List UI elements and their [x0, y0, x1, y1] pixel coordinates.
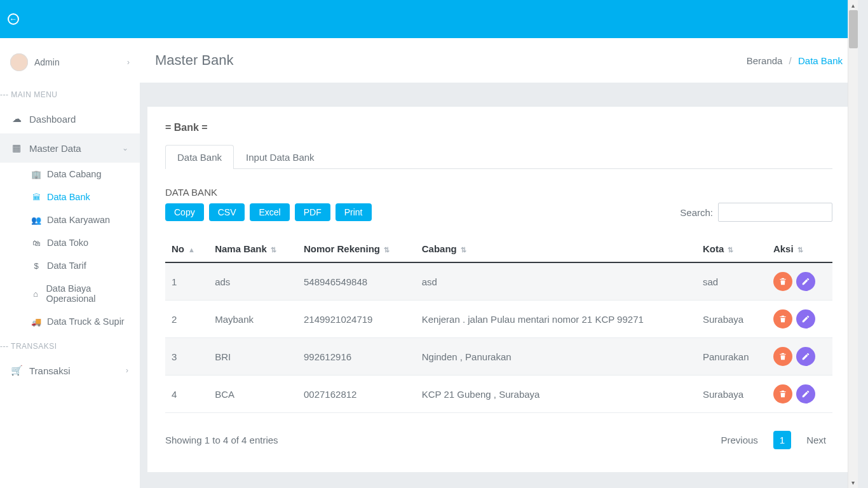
prev-button[interactable]: Previous	[714, 431, 764, 449]
csv-button[interactable]: CSV	[209, 203, 245, 221]
delete-button[interactable]	[773, 272, 792, 291]
calendar-icon: ▦	[11, 142, 22, 154]
table-row: 2Maybank2149921024719Kenjeran . jalan Pu…	[165, 301, 832, 338]
cell-kota: sad	[696, 262, 767, 301]
card-title: = Bank =	[165, 122, 832, 133]
cell-kota: Surabaya	[696, 376, 767, 413]
cell-kota: Surabaya	[696, 301, 767, 338]
content: Master Bank Beranda / Data Bank = Bank =…	[140, 38, 858, 488]
home-icon: ⌂	[32, 289, 39, 299]
delete-button[interactable]	[773, 309, 792, 329]
truck-icon: 🚚	[32, 317, 41, 327]
tab-input-data-bank[interactable]: Input Data Bank	[234, 145, 327, 169]
breadcrumb-home[interactable]: Beranda	[747, 55, 783, 66]
print-button[interactable]: Print	[336, 203, 372, 221]
sidebar: Admin › --- MAIN MENU ☁Dashboard ▦Master…	[0, 38, 140, 488]
sidebar-sub-cabang[interactable]: 🏢Data Cabang	[24, 163, 140, 186]
bag-icon: 🛍	[32, 238, 41, 248]
chevron-right-icon: ›	[126, 366, 128, 375]
cell-nama: BRI	[208, 338, 297, 376]
window-scrollbar[interactable]: ▴ ▾	[848, 0, 858, 488]
sidebar-sub-biaya[interactable]: ⌂Data Biaya Operasional	[24, 277, 140, 310]
edit-button[interactable]	[796, 272, 815, 291]
sidebar-user[interactable]: Admin ›	[0, 43, 140, 81]
sidebar-item-transaksi[interactable]: 🛒Transaksi ›	[0, 356, 140, 385]
th-kota[interactable]: Kota⇅	[696, 236, 767, 262]
sort-icon: ⇅	[728, 246, 733, 254]
sort-icon: ⇅	[461, 246, 466, 254]
cell-nomor: 2149921024719	[297, 301, 416, 338]
cell-no: 2	[165, 301, 208, 338]
sort-icon: ⇅	[271, 246, 276, 254]
edit-button[interactable]	[796, 309, 815, 329]
cell-cabang: Nginden , Panurakan	[416, 338, 696, 376]
sidebar-submenu-master-data: 🏢Data Cabang 🏛Data Bank 👥Data Karyawan 🛍…	[0, 163, 140, 333]
search-input[interactable]	[718, 203, 832, 222]
breadcrumb-sep: /	[789, 55, 792, 66]
topbar: ←	[0, 0, 858, 38]
sort-asc-icon: ▲	[188, 246, 195, 254]
tab-data-bank[interactable]: Data Bank	[165, 145, 234, 169]
sidebar-sub-karyawan[interactable]: 👥Data Karyawan	[24, 208, 140, 231]
edit-button[interactable]	[796, 384, 815, 403]
table-row: 4BCA0027162812KCP 21 Gubeng , SurabayaSu…	[165, 376, 832, 413]
th-no[interactable]: No▲	[165, 236, 208, 262]
building-icon: 🏢	[32, 170, 41, 179]
cell-nomor: 992612916	[297, 338, 416, 376]
sidebar-item-master-data[interactable]: ▦Master Data ⌄	[0, 133, 140, 163]
cell-nomor: 0027162812	[297, 376, 416, 413]
sidebar-sub-tarif[interactable]: $Data Tarif	[24, 254, 140, 277]
cell-aksi	[767, 338, 832, 376]
th-cabang[interactable]: Cabang⇅	[416, 236, 696, 262]
chevron-down-icon: ⌄	[122, 144, 128, 152]
delete-button[interactable]	[773, 347, 792, 366]
cell-kota: Panurakan	[696, 338, 767, 376]
card-bank: = Bank = Data Bank Input Data Bank DATA …	[147, 107, 850, 472]
cell-no: 4	[165, 376, 208, 413]
tabs: Data Bank Input Data Bank	[165, 145, 832, 169]
table-row: 1ads548946549848asdsad	[165, 262, 832, 301]
pdf-button[interactable]: PDF	[295, 203, 330, 221]
sidebar-sub-toko[interactable]: 🛍Data Toko	[24, 231, 140, 254]
th-nomor[interactable]: Nomor Rekening⇅	[297, 236, 416, 262]
avatar	[10, 53, 28, 71]
search-label: Search:	[680, 207, 713, 218]
cell-nama: ads	[208, 262, 297, 301]
users-icon: 👥	[32, 215, 41, 225]
breadcrumb: Beranda / Data Bank	[747, 55, 843, 66]
page-1-button[interactable]: 1	[773, 431, 791, 449]
copy-button[interactable]: Copy	[165, 203, 204, 221]
speedometer-icon: ☁	[11, 113, 22, 125]
sort-icon: ⇅	[797, 246, 803, 254]
sidebar-sub-bank[interactable]: 🏛Data Bank	[24, 186, 140, 208]
cell-nomor: 548946549848	[297, 262, 416, 301]
th-aksi[interactable]: Aksi⇅	[767, 236, 832, 262]
th-nama[interactable]: Nama Bank⇅	[208, 236, 297, 262]
chevron-right-icon: ›	[127, 58, 130, 67]
delete-button[interactable]	[773, 384, 792, 403]
cell-no: 1	[165, 262, 208, 301]
cell-nama: Maybank	[208, 301, 297, 338]
entries-info: Showing 1 to 4 of 4 entries	[165, 435, 278, 445]
sidebar-section-main: --- MAIN MENU	[0, 81, 140, 104]
section-label: DATA BANK	[165, 187, 832, 198]
next-button[interactable]: Next	[800, 431, 832, 449]
pager: Previous 1 Next	[714, 431, 832, 449]
dollar-icon: $	[32, 261, 41, 271]
page-header: Master Bank Beranda / Data Bank	[140, 38, 858, 83]
cart-icon: 🛒	[11, 365, 22, 376]
table-row: 3BRI992612916Nginden , PanurakanPanuraka…	[165, 338, 832, 376]
datatable-footer: Showing 1 to 4 of 4 entries Previous 1 N…	[165, 431, 832, 449]
breadcrumb-current: Data Bank	[798, 55, 843, 66]
cell-cabang: KCP 21 Gubeng , Surabaya	[416, 376, 696, 413]
sort-icon: ⇅	[384, 246, 390, 254]
edit-button[interactable]	[796, 347, 815, 366]
cell-nama: BCA	[208, 376, 297, 413]
excel-button[interactable]: Excel	[250, 203, 289, 221]
scroll-down-icon: ▾	[851, 477, 855, 488]
scroll-up-icon: ▴	[851, 0, 855, 11]
sidebar-sub-truck[interactable]: 🚚Data Truck & Supir	[24, 310, 140, 333]
back-icon[interactable]: ←	[8, 13, 19, 25]
sidebar-item-dashboard[interactable]: ☁Dashboard	[0, 104, 140, 133]
bank-icon: 🏛	[32, 193, 41, 202]
